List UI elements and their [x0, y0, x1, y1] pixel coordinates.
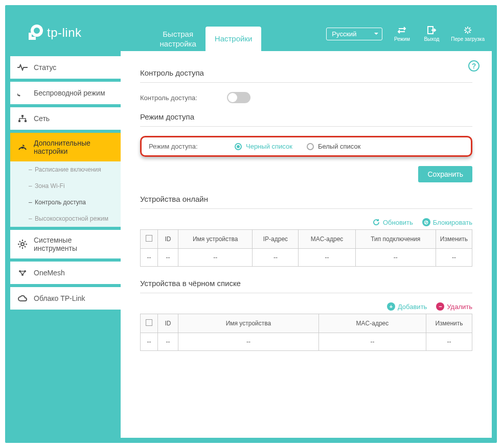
- svg-point-12: [19, 95, 20, 97]
- sidebar-label: OneMesh: [34, 269, 65, 277]
- th-ip: IP-адрес: [253, 230, 299, 249]
- radio-whitelist[interactable]: Белый список: [307, 143, 361, 150]
- svg-rect-14: [18, 120, 20, 122]
- blacklist-devices-table: ID Имя устройства MAC-адрес Изменить -- …: [140, 314, 472, 351]
- header-tabs: Быстрая настройка Настройки: [151, 5, 262, 51]
- th-mac: MAC-адрес: [299, 230, 355, 249]
- sidebar-label: Системные инструменты: [34, 236, 113, 252]
- main-content: ? Контроль доступа Контроль доступа: Реж…: [121, 51, 492, 438]
- section-online-devices: Устройства онлайн: [140, 195, 472, 209]
- sidebar-item-advanced[interactable]: Дополнительные настройки: [10, 133, 121, 161]
- select-all-checkbox[interactable]: [146, 319, 152, 326]
- sidebar-label: Статус: [34, 63, 56, 72]
- table-row: -- -- -- -- -- -- --: [141, 249, 472, 267]
- th-device-name: Имя устройства: [178, 230, 253, 249]
- refresh-icon: [372, 218, 380, 226]
- access-control-toggle-label: Контроль доступа:: [140, 94, 227, 102]
- brand-logo: tp-link: [26, 23, 82, 42]
- svg-line-26: [19, 246, 20, 247]
- th-id: ID: [158, 230, 178, 249]
- svg-rect-17: [22, 145, 25, 147]
- svg-point-0: [32, 26, 41, 35]
- th-mac: MAC-адрес: [318, 314, 426, 333]
- th-device-name: Имя устройства: [178, 314, 319, 333]
- svg-line-25: [25, 241, 26, 242]
- gear-icon: [17, 239, 28, 249]
- add-button[interactable]: + Добавить: [387, 302, 427, 311]
- tab-settings[interactable]: Настройки: [206, 27, 262, 51]
- advanced-icon: [17, 142, 28, 152]
- section-access-mode: Режим доступа: [140, 112, 472, 127]
- block-label: Блокировать: [433, 219, 472, 226]
- logout-label: Выход: [424, 36, 439, 42]
- svg-point-16: [21, 147, 24, 149]
- submenu-access-control[interactable]: Контроль доступа: [10, 194, 121, 210]
- mode-icon: [397, 26, 407, 35]
- svg-rect-15: [25, 120, 27, 122]
- sidebar-item-system-tools[interactable]: Системные инструменты: [10, 230, 121, 258]
- th-edit: Изменить: [426, 314, 472, 333]
- radio-icon: [307, 143, 314, 150]
- help-icon[interactable]: ?: [468, 60, 480, 72]
- submenu-schedule[interactable]: Расписание включения: [10, 161, 121, 178]
- brand-name: tp-link: [47, 26, 82, 40]
- refresh-button[interactable]: Обновить: [372, 218, 413, 226]
- advanced-submenu: Расписание включения Зона Wi-Fi Контроль…: [10, 161, 121, 227]
- mode-button[interactable]: Режим: [392, 26, 412, 42]
- reboot-icon: [463, 26, 473, 35]
- block-button[interactable]: ⊘ Блокировать: [422, 218, 472, 226]
- radio-blacklist-label: Черный список: [246, 143, 292, 150]
- submenu-high-speed[interactable]: Высокоскоростной режим: [10, 210, 121, 227]
- logout-icon: [426, 26, 437, 35]
- submenu-wifi-zone[interactable]: Зона Wi-Fi: [10, 178, 121, 194]
- svg-point-18: [21, 243, 24, 246]
- sidebar-label: Облако TP-Link: [34, 294, 85, 302]
- mode-label: Режим: [394, 36, 410, 42]
- th-id: ID: [158, 314, 178, 333]
- reboot-label: Пере загрузка: [451, 36, 485, 42]
- sidebar-item-network[interactable]: Сеть: [10, 107, 121, 130]
- sidebar-label: Беспроводной режим: [34, 89, 105, 97]
- network-icon: [17, 113, 28, 124]
- svg-line-10: [469, 28, 470, 29]
- language-select[interactable]: Русский: [326, 28, 382, 40]
- svg-line-24: [25, 246, 26, 247]
- access-control-toggle[interactable]: [227, 92, 250, 103]
- radio-icon: [235, 143, 242, 150]
- tplink-logo-icon: [26, 23, 44, 42]
- sidebar-item-status[interactable]: Статус: [10, 56, 121, 79]
- svg-rect-2: [29, 37, 36, 40]
- radio-whitelist-label: Белый список: [318, 143, 361, 150]
- sidebar-item-cloud[interactable]: Облако TP-Link: [10, 287, 121, 310]
- svg-line-23: [19, 241, 20, 242]
- section-access-control: Контроль доступа: [140, 68, 472, 83]
- minus-icon: −: [436, 302, 444, 311]
- svg-line-8: [465, 28, 467, 29]
- delete-button[interactable]: − Удалить: [436, 302, 472, 311]
- select-all-checkbox[interactable]: [146, 235, 152, 242]
- sidebar: Статус Беспроводной режим Сеть: [5, 51, 121, 443]
- onemesh-icon: [17, 268, 28, 278]
- svg-line-11: [465, 31, 467, 33]
- add-label: Добавить: [398, 303, 427, 311]
- status-icon: [17, 62, 28, 73]
- sidebar-item-wireless[interactable]: Беспроводной режим: [10, 82, 121, 104]
- wireless-icon: [17, 88, 28, 98]
- logout-button[interactable]: Выход: [421, 26, 442, 42]
- radio-blacklist[interactable]: Черный список: [235, 143, 292, 150]
- refresh-label: Обновить: [383, 219, 413, 226]
- reboot-button[interactable]: Пере загрузка: [451, 26, 485, 42]
- sidebar-label: Дополнительные настройки: [34, 139, 113, 155]
- section-blacklist-devices: Устройства в чёрном списке: [140, 279, 472, 293]
- tab-quick-setup[interactable]: Быстрая настройка: [151, 27, 206, 51]
- access-mode-label: Режим доступа:: [149, 143, 220, 150]
- save-button[interactable]: Сохранить: [418, 166, 472, 182]
- sidebar-item-onemesh[interactable]: OneMesh: [10, 262, 121, 284]
- plus-icon: +: [387, 302, 395, 311]
- app-header: tp-link Быстрая настройка Настройки Русс…: [5, 5, 497, 51]
- cloud-icon: [17, 293, 28, 303]
- svg-line-9: [469, 31, 470, 33]
- table-row: -- -- -- -- --: [141, 333, 472, 351]
- sidebar-label: Сеть: [34, 114, 50, 123]
- access-mode-row: Режим доступа: Черный список Белый списо…: [140, 136, 472, 157]
